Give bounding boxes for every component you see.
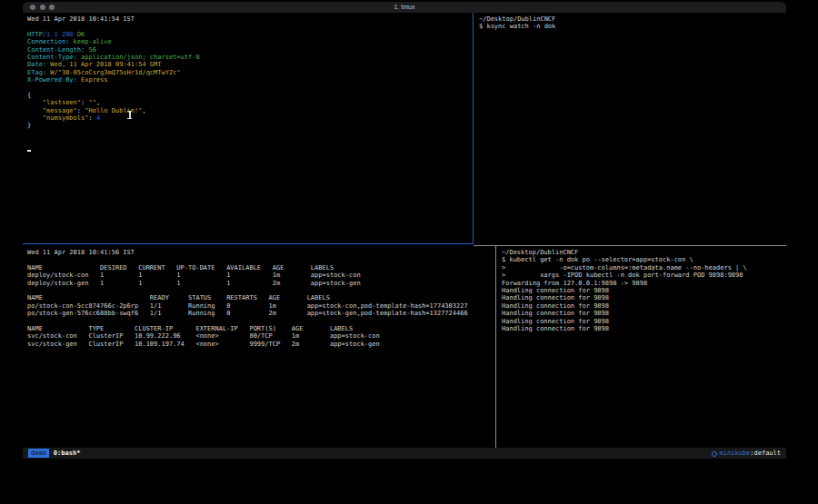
pane-http-response[interactable]: Wed 11 Apr 2018 10:41:54 IST HTTP/1.1 20… [23,13,472,242]
terminal-line: "lastseen": "", [27,99,472,106]
terminal-cursor [27,150,31,153]
terminal-line: svc/stock-con ClusterIP 10.99.222.96 <no… [27,332,494,340]
terminal-line [27,145,472,153]
terminal-line: Connection: keep-alive [27,38,472,45]
terminal-line: $ ksync watch -n dok [479,23,786,30]
terminal-line: po/stock-gen-576cc688bb-swqf6 1/1 Runnin… [27,310,494,317]
terminal-line: > xargs -IPOD kubectl -n dok port-forwar… [502,272,786,279]
kube-namespace-label: :default [750,448,781,459]
terminal-line [27,130,472,137]
terminal-line: deploy/stock-con 1 1 1 1 1m app=stock-co… [27,272,494,279]
terminal-line: Date: Wed, 11 Apr 2018 09:41:54 GMT [27,61,472,68]
terminal-line [27,318,494,325]
terminal-line: } [27,122,472,129]
terminal-line [27,23,472,30]
window-tab-bash[interactable]: 0:bash* [54,448,81,459]
terminal-line: { [27,92,472,99]
pane-ksync-watch[interactable]: ~/Desktop/DublinCNCF$ ksync watch -n dok [474,13,786,242]
terminal-line: ETag: W/"38-05coCsrg3mQ75sHr1d/qcMTwYZc" [27,69,472,76]
terminal-area: Wed 11 Apr 2018 10:41:54 IST HTTP/1.1 20… [23,13,786,448]
terminal-line: Wed 11 Apr 2018 10:41:54 IST [27,15,472,23]
terminal-line: Handling connection for 9898 [502,302,786,310]
window-titlebar[interactable]: 1. tmux [23,2,786,13]
terminal-line: X-Powered-By: Express [27,76,472,84]
terminal-line: Content-Length: 56 [27,46,472,54]
terminal-line: HTTP/1.1 200 OK [27,31,472,38]
terminal-line [27,256,494,263]
terminal-line: Handling connection for 9898 [502,318,786,325]
terminal-line: Handling connection for 9898 [502,294,786,301]
terminal-line [27,287,494,294]
mouse-text-cursor [129,111,131,119]
terminal-line: $ kubectl get -n dok po --selector=app=s… [502,256,786,263]
tmux-status-bar: demo 0:bash* minikube :default [23,448,786,459]
terminal-line: "message": "Hello Dublin!", [27,107,472,114]
pane-port-forward[interactable]: ~/Desktop/DublinCNCF$ kubectl get -n dok… [497,246,786,448]
window-title: 1. tmux [23,2,786,13]
terminal-line: Content-Type: application/json; charset=… [27,54,472,61]
terminal-line: Handling connection for 9898 [502,287,786,294]
pane-divider-vertical[interactable] [495,246,496,448]
pane-divider-vertical-active[interactable] [473,13,474,244]
session-name-badge: demo [28,449,49,458]
terminal-line: deploy/stock-gen 1 1 1 1 2m app=stock-ge… [27,280,494,287]
pane-divider-horizontal[interactable] [474,245,786,246]
kube-context-label: minikube [720,448,751,459]
terminal-line: Forwarding from 127.0.0.1:9898 -> 9898 [502,280,786,287]
terminal-line: Handling connection for 9898 [502,310,786,317]
terminal-line: svc/stock-gen ClusterIP 10.109.197.74 <n… [27,341,494,348]
pane-kubectl-resources[interactable]: Wed 11 Apr 2018 10:41:56 IST NAME DESIRE… [23,246,494,448]
terminal-line: po/stock-con-5cc874766c-2p6rp 1/1 Runnin… [27,302,494,310]
pane-divider-horizontal-active[interactable] [23,243,474,244]
terminal-line: NAME TYPE CLUSTER-IP EXTERNAL-IP PORT(S)… [27,325,494,332]
terminal-line: NAME DESIRED CURRENT UP-TO-DATE AVAILABL… [27,264,494,272]
terminal-line [27,84,472,92]
terminal-line: "numsymbols": 4 [27,114,472,122]
terminal-window: 1. tmux Wed 11 Apr 2018 10:41:54 IST HTT… [23,2,786,459]
terminal-line [27,137,472,144]
terminal-line: > -o=custom-columns=:metadata.name --no-… [502,264,786,272]
terminal-line: ~/Desktop/DublinCNCF [502,249,786,256]
terminal-line: Handling connection for 9898 [502,325,786,332]
terminal-line: NAME READY STATUS RESTARTS AGE LABELS [27,294,494,301]
desktop-background: 1. tmux Wed 11 Apr 2018 10:41:54 IST HTT… [0,0,818,504]
terminal-line: ~/Desktop/DublinCNCF [479,15,786,23]
helm-icon [712,451,717,457]
terminal-line: Wed 11 Apr 2018 10:41:56 IST [27,249,494,256]
